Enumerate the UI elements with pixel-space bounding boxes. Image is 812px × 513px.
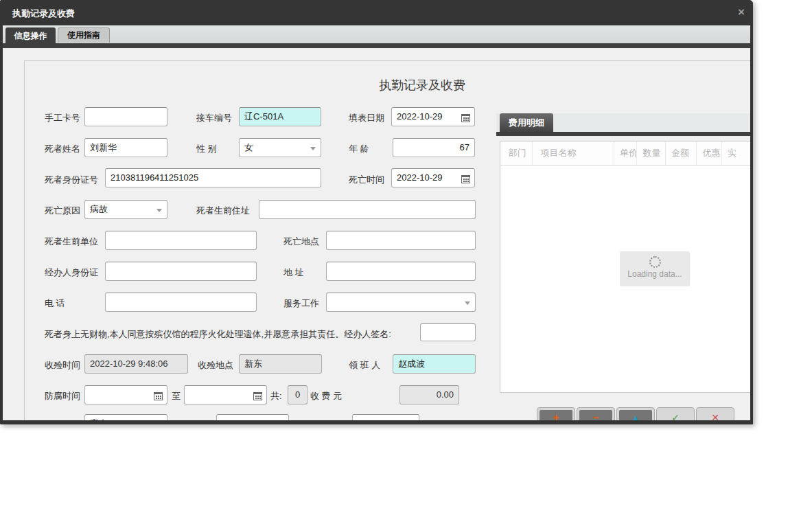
death-place-input[interactable] [326,231,476,250]
fee-col-department: 部门 [500,141,533,165]
collect-time-label: 收殓时间 [45,359,80,372]
embalm-from-input[interactable] [84,385,167,404]
home-address-input[interactable] [259,200,476,219]
fee-col-quantity: 数量 [637,141,666,165]
calendar-icon[interactable] [153,389,165,401]
id-number-input[interactable]: 210381196411251025 [105,168,321,187]
service-select[interactable] [326,293,476,312]
tab-info-operation[interactable]: 信息操作 [5,27,56,48]
form-title: 执勤记录及收费 [353,77,491,93]
chevron-down-icon [156,209,162,212]
death-time-input[interactable]: 2022-10-29 [391,168,475,187]
chevron-down-icon [465,301,470,305]
death-cause-value: 病故 [90,204,108,214]
fee-col-item-name: 项目名称 [533,141,614,165]
deceased-name-input[interactable]: 刘新华 [84,138,167,157]
embalm-total-label: 共: [270,390,282,402]
embalm-total-input: 0 [288,385,308,404]
chevron-down-icon [310,147,316,150]
foreman-label: 领 班 人 [349,359,380,372]
gender-select[interactable]: 女 [239,138,321,157]
fee-col-actual: 实 [722,141,753,165]
embalm-fee-label: 收 费 元 [310,390,342,402]
window-left-edge [0,0,3,424]
fill-date-value: 2022-10-29 [397,111,443,122]
death-cause-label: 死亡原因 [45,205,80,217]
embalm-to-label: 至 [172,390,181,402]
embalm-time-label: 防腐时间 [45,390,80,402]
manual-card-label: 手工卡号 [45,112,80,124]
tab-underline-bar [3,43,750,48]
window-bottom-edge [0,420,753,424]
tab-fee-detail[interactable]: 费用明细 [500,113,553,133]
fee-tab-underline-bar [496,132,750,136]
service-label: 服务工作 [283,297,319,310]
death-cause-select[interactable]: 病故 [84,200,167,219]
address-input[interactable] [326,262,476,281]
death-time-label: 死亡时间 [349,174,384,186]
fee-col-amount: 金额 [666,141,697,165]
pickup-no-input[interactable]: 辽C-501A [239,107,321,126]
close-icon[interactable]: × [738,5,745,19]
phone-label: 电 话 [45,297,65,310]
embalm-fee-input: 0.00 [399,385,459,404]
age-input[interactable]: 67 [393,138,475,157]
agent-signature-input[interactable] [420,323,476,341]
collect-time-input: 2022-10-29 9:48:06 [84,354,188,374]
gender-value: 女 [244,142,253,152]
address-label: 地 址 [283,266,304,279]
death-place-label: 死亡地点 [283,236,319,248]
window-titlebar[interactable]: 执勤记录及收费 × [0,0,753,25]
collect-place-label: 收殓地点 [198,359,233,372]
embalm-to-input[interactable] [184,385,267,404]
phone-input[interactable] [105,293,257,312]
window-title: 执勤记录及收费 [12,8,75,20]
manual-card-input[interactable] [84,107,167,126]
fill-date-input[interactable]: 2022-10-29 [391,107,475,126]
foreman-input[interactable]: 赵成波 [393,354,476,374]
home-address-label: 死者生前住址 [196,205,250,217]
age-label: 年 龄 [349,143,369,155]
agent-id-input[interactable] [105,262,257,281]
fee-table-header: 部门 项目名称 单价 数量 金额 优惠 实 [500,141,753,166]
collect-place-input: 新东 [239,354,322,374]
calendar-icon[interactable] [461,111,472,123]
agreement-text: 死者身上无财物,本人同意按殡仪馆的程序火化处理遗体,并愿意承担其责任。经办人签名… [45,328,391,341]
work-unit-label: 死者生前单位 [45,236,98,248]
calendar-icon[interactable] [461,172,472,184]
tab-user-guide[interactable]: 使用指南 [58,27,110,43]
tab-strip [3,25,750,43]
loading-indicator: Loading data... [620,251,690,286]
calendar-icon[interactable] [253,389,264,401]
id-number-label: 死者身份证号 [45,174,98,186]
agent-id-label: 经办人身份证 [45,266,98,279]
fee-col-unit-price: 单价 [614,141,638,165]
work-unit-input[interactable] [105,231,257,250]
gender-label: 性 别 [196,143,217,155]
fee-col-discount: 优惠 [697,141,721,165]
loading-text: Loading data... [620,269,690,279]
pickup-no-label: 接车编号 [196,112,232,124]
deceased-name-label: 死者姓名 [45,143,80,155]
fill-date-label: 填表日期 [349,112,384,124]
loading-spinner-icon [649,256,661,268]
window-right-edge [750,0,753,424]
death-time-value: 2022-10-29 [397,172,443,183]
dialog-window: 信息操作 使用指南 执勤记录及收费 手工卡号 接车编号 辽C-501A 填表日期… [0,0,753,424]
